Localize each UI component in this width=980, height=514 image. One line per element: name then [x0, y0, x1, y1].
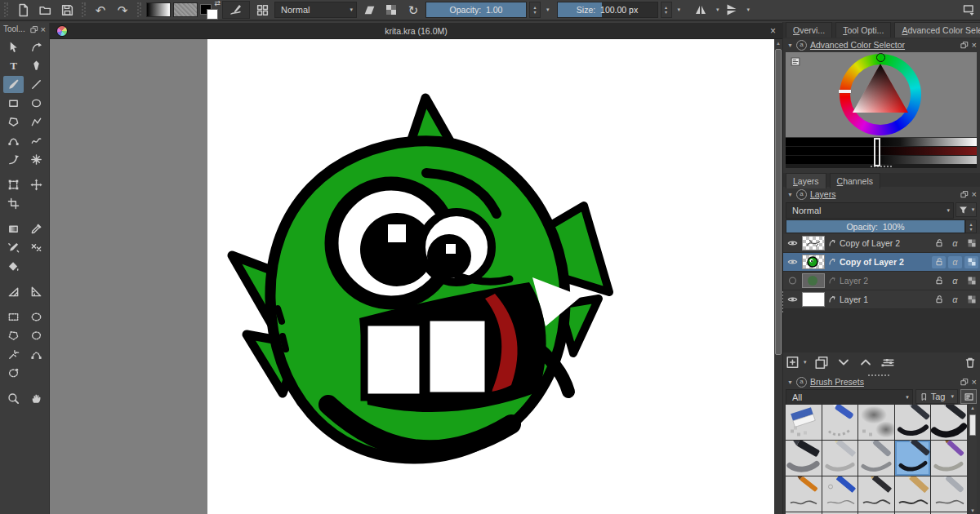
float-docker-icon[interactable]: [960, 378, 969, 386]
brush-preset-marker-chisel[interactable]: [786, 441, 822, 476]
tab-overview[interactable]: Overvi...: [786, 22, 832, 38]
layer-opacity-spinner[interactable]: ▴▾: [965, 219, 977, 233]
canvas-titlebar[interactable]: krita.kra (16.0M) ×: [50, 23, 782, 39]
canvas-page[interactable]: [207, 39, 774, 514]
tool-bezier-selection[interactable]: [26, 346, 47, 363]
layer-thumbnail[interactable]: [802, 292, 825, 307]
tool-fill[interactable]: [3, 258, 24, 275]
tool-polyline[interactable]: [26, 113, 47, 131]
tool-polygon[interactable]: [3, 113, 24, 131]
layer-row[interactable]: Copy of Layer 2 α: [783, 234, 980, 253]
layer-lock-icon[interactable]: [932, 294, 946, 306]
saturation-value-triangle[interactable]: [851, 62, 910, 116]
docker-lock-icon[interactable]: a: [796, 40, 807, 51]
background-color[interactable]: [207, 9, 218, 20]
move-layer-up-button[interactable]: [858, 356, 873, 369]
collapse-icon[interactable]: ▼: [787, 379, 793, 385]
tool-assistants[interactable]: [3, 283, 24, 300]
tool-similar-color-selection[interactable]: [3, 346, 24, 363]
new-document-button[interactable]: [13, 2, 33, 18]
tool-line[interactable]: [26, 76, 47, 93]
tab-advanced-color-selector[interactable]: Advanced Color Selec...: [894, 22, 980, 38]
opacity-slider[interactable]: Opacity: 1.00: [425, 2, 527, 18]
chevron-down-icon[interactable]: ▾: [747, 7, 751, 13]
preset-display-mode-button[interactable]: [960, 389, 977, 404]
move-layer-down-button[interactable]: [836, 356, 851, 369]
tool-smart-patch[interactable]: [26, 239, 47, 256]
tool-polygonal-selection[interactable]: [3, 327, 24, 344]
undo-button[interactable]: ↶: [91, 2, 110, 18]
add-layer-button[interactable]: ▾: [786, 355, 807, 370]
hue-ring[interactable]: [840, 54, 921, 135]
duplicate-layer-button[interactable]: [814, 355, 829, 370]
preset-filter-dropdown[interactable]: All ▾: [786, 389, 913, 405]
spin-down-icon[interactable]: ▾: [533, 10, 536, 15]
alpha-lock-icon[interactable]: α: [948, 237, 962, 250]
layer-row[interactable]: Layer 2 α: [783, 272, 980, 290]
alpha-lock-icon[interactable]: α: [948, 294, 962, 306]
tab-layers[interactable]: Layers: [786, 173, 826, 188]
preserve-alpha-button[interactable]: [381, 2, 401, 18]
layer-row[interactable]: Layer 1 α: [783, 290, 980, 309]
toolbar-grip[interactable]: [137, 2, 141, 17]
red-bar[interactable]: [786, 147, 977, 155]
canvas-scrollbar-thumb[interactable]: [775, 49, 782, 355]
brush-preset-pen-silver[interactable]: [931, 476, 967, 512]
inherit-alpha-icon[interactable]: [964, 256, 978, 268]
brush-preset-airbrush-soft[interactable]: [858, 405, 894, 440]
canvas-vertical-scrollbar[interactable]: ▲: [774, 39, 782, 514]
tool-magnetic-selection[interactable]: [3, 365, 24, 382]
chevron-down-icon[interactable]: ▾: [678, 7, 681, 13]
brush-preset-pen-black[interactable]: [931, 405, 967, 440]
scroll-down-icon[interactable]: ▼: [969, 508, 977, 513]
close-document-icon[interactable]: ×: [770, 25, 776, 37]
tool-calligraphy[interactable]: [26, 57, 47, 74]
tag-button[interactable]: Tag ▾: [915, 389, 958, 404]
opacity-spinner[interactable]: ▴▾: [529, 2, 541, 18]
layer-blending-mode-dropdown[interactable]: Normal ▾: [786, 202, 954, 219]
acs-settings-icon[interactable]: [790, 56, 801, 67]
acs-docker-header[interactable]: ▼ a Advanced Color Selector ×: [783, 38, 980, 51]
tab-channels[interactable]: Channels: [830, 173, 880, 188]
chevron-down-icon[interactable]: ▾: [804, 359, 807, 366]
layer-row-selected[interactable]: Copy of Layer 2 α: [783, 253, 980, 272]
docker-lock-icon[interactable]: a: [796, 189, 807, 200]
tool-dynamic-brush[interactable]: [3, 151, 24, 168]
toolbar-overflow-button[interactable]: [959, 2, 978, 18]
scroll-up-icon[interactable]: ▲: [969, 405, 977, 410]
brush-preset-pencil-wood[interactable]: [895, 476, 931, 512]
tool-multibrush[interactable]: [26, 151, 47, 168]
layer-lock-icon[interactable]: [932, 237, 946, 250]
brush-preset-eraser-soft[interactable]: [822, 405, 858, 440]
color-history-bars[interactable]: [786, 138, 977, 168]
pattern-swatch[interactable]: [173, 2, 198, 17]
advanced-color-selector[interactable]: [786, 52, 977, 137]
toolbar-grip[interactable]: [4, 2, 8, 17]
open-button[interactable]: [35, 2, 55, 18]
layer-properties-button[interactable]: [880, 356, 897, 370]
brush-preset-ink-pen[interactable]: [895, 405, 931, 440]
layer-opacity-slider[interactable]: Opacity: 100%: [786, 219, 965, 233]
delete-layer-button[interactable]: [964, 356, 977, 370]
eraser-mode-button[interactable]: [359, 2, 379, 18]
visibility-eye-closed-icon[interactable]: [786, 275, 800, 286]
save-button[interactable]: [57, 2, 77, 18]
close-docker-icon[interactable]: ×: [972, 41, 977, 49]
collapse-icon[interactable]: ▼: [787, 42, 793, 48]
foreground-background-colors[interactable]: ⇄: [200, 2, 220, 19]
spin-down-icon[interactable]: ▾: [665, 10, 667, 15]
brush-presets-docker-header[interactable]: ▼ a Brush Presets ×: [783, 375, 980, 388]
brush-preset-brush-round[interactable]: [931, 441, 967, 476]
tool-transform[interactable]: [3, 176, 24, 193]
layer-thumbnail[interactable]: [802, 273, 825, 288]
inherit-alpha-icon[interactable]: [964, 294, 978, 306]
brush-preset-pen-metal[interactable]: [858, 441, 894, 476]
brush-preset-pencil-soft[interactable]: [822, 441, 858, 476]
tool-elliptical-selection[interactable]: [26, 308, 47, 326]
scroll-up-icon[interactable]: ▲: [774, 41, 782, 46]
chevron-down-icon[interactable]: ▾: [716, 7, 719, 13]
tool-select-shapes[interactable]: [3, 38, 24, 55]
tool-pan[interactable]: [26, 390, 47, 407]
mirror-vertical-button[interactable]: [722, 2, 742, 18]
tool-measure[interactable]: [26, 283, 47, 300]
